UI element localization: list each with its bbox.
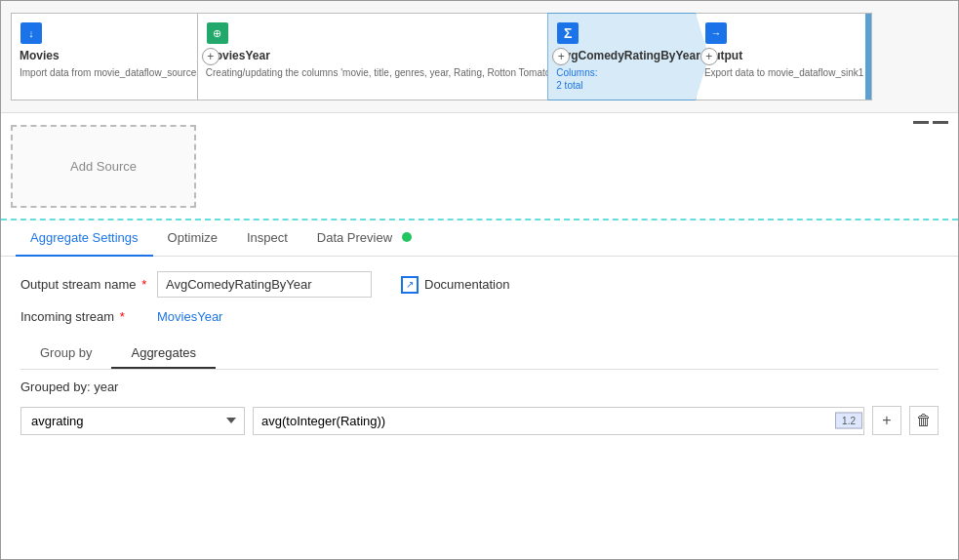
tab-optimize[interactable]: Optimize: [153, 220, 232, 257]
pipeline-node-output: → Output Export data to movie_dataflow_s…: [696, 13, 872, 100]
tab-data-preview-label: Data Preview: [317, 230, 392, 245]
output-right-bar: [865, 14, 871, 100]
moviesyear-node-title: MoviesYear: [206, 49, 553, 62]
tab-data-preview[interactable]: Data Preview: [302, 220, 426, 257]
add-after-moviesyear-button[interactable]: +: [552, 48, 570, 65]
node-box-output[interactable]: → Output Export data to movie_dataflow_s…: [696, 13, 872, 100]
tab-optimize-label: Optimize: [168, 230, 218, 245]
tab-inspect[interactable]: Inspect: [232, 220, 302, 257]
movies-node-desc: Import data from movie_dataflow_source1: [20, 66, 202, 79]
avgcomedyratingbyyear-node-title: AvgComedyRatingByYear: [556, 49, 700, 62]
pipeline-node-moviesyear: ⊕ MoviesYear Creating/updating the colum…: [197, 13, 562, 100]
columns-label: Columns:: [556, 67, 597, 78]
minimize-button[interactable]: [913, 121, 929, 124]
add-source-label: Add Source: [70, 159, 137, 174]
moviesyear-node-desc: Creating/updating the columns 'movie, ti…: [206, 66, 553, 79]
doc-icon: ↗: [401, 276, 419, 294]
pipeline-area: ↓ Movies Import data from movie_dataflow…: [1, 1, 958, 113]
data-preview-dot: [402, 232, 412, 242]
node-box-avgcomedyratingbyyear[interactable]: Σ AvgComedyRatingByYear Columns: 2 total: [547, 13, 709, 100]
subtab-aggregates-label: Aggregates: [131, 345, 196, 360]
add-aggregate-button[interactable]: +: [872, 406, 901, 435]
minimize-bar: [913, 121, 948, 124]
output-node-title: Output: [704, 49, 863, 62]
incoming-stream-label: Incoming stream *: [20, 309, 147, 324]
main-tabs-row: Aggregate Settings Optimize Inspect Data…: [1, 220, 958, 257]
columns-value: 2 total: [556, 80, 582, 91]
minimize-button2[interactable]: [933, 121, 948, 124]
main-container: ↓ Movies Import data from movie_dataflow…: [0, 0, 959, 560]
delete-icon: 🗑: [916, 412, 932, 429]
avgcomedyratingbyyear-icon-wrap: Σ: [556, 21, 579, 45]
output-stream-input[interactable]: [157, 271, 372, 298]
output-icon: →: [705, 22, 727, 44]
tab-aggregate-label: Aggregate Settings: [30, 230, 139, 245]
grouped-by-label: Grouped by: year: [20, 380, 939, 394]
node-box-moviesyear[interactable]: ⊕ MoviesYear Creating/updating the colum…: [197, 13, 562, 100]
tab-aggregate-settings[interactable]: Aggregate Settings: [16, 220, 153, 257]
output-stream-row: Output stream name * ↗ Documentation: [20, 271, 939, 298]
aggregate-expression-wrap: 1.2: [253, 407, 864, 435]
moviesyear-node-icon: ⊕: [206, 21, 229, 45]
bottom-panel: Aggregate Settings Optimize Inspect Data…: [1, 220, 958, 559]
pipeline-node-avgcomedyratingbyyear: Σ AvgComedyRatingByYear Columns: 2 total…: [547, 13, 709, 100]
node-box-movies[interactable]: ↓ Movies Import data from movie_dataflow…: [11, 13, 211, 100]
moviesyear-icon: ⊕: [207, 22, 228, 44]
type-badge[interactable]: 1.2: [835, 413, 862, 429]
doc-label: Documentation: [424, 277, 509, 292]
subtabs-row: Group by Aggregates: [20, 339, 939, 370]
avgcomedyratingbyyear-node-desc: Columns: 2 total: [556, 66, 700, 92]
aggregates-content: Grouped by: year avgrating 1.2 + 🗑: [1, 370, 958, 445]
aggregate-column-select[interactable]: avgrating: [20, 407, 245, 435]
incoming-stream-row: Incoming stream * MoviesYear: [20, 309, 939, 324]
movies-node-icon: ↓: [20, 21, 43, 45]
add-after-movies-button[interactable]: +: [202, 48, 220, 65]
movies-node-title: Movies: [20, 49, 202, 62]
pipeline-node-movies: ↓ Movies Import data from movie_dataflow…: [11, 13, 211, 100]
subtab-groupby-label: Group by: [40, 345, 92, 360]
subtab-aggregates[interactable]: Aggregates: [111, 339, 216, 369]
aggregate-expression-input[interactable]: [253, 407, 864, 435]
add-after-avg-button[interactable]: +: [700, 48, 718, 65]
output-node-desc: Export data to movie_dataflow_sink1: [704, 66, 863, 79]
aggregate-row: avgrating 1.2 + 🗑: [20, 406, 939, 435]
incoming-stream-required: *: [120, 309, 125, 324]
canvas-area: Add Source: [1, 113, 958, 220]
movies-icon: ↓: [20, 22, 42, 44]
output-stream-label: Output stream name *: [20, 277, 147, 292]
output-node-icon: →: [704, 21, 728, 45]
add-source-button[interactable]: Add Source: [11, 125, 196, 208]
settings-content: Output stream name * ↗ Documentation Inc…: [1, 257, 958, 339]
incoming-stream-value[interactable]: MoviesYear: [157, 309, 222, 324]
delete-aggregate-button[interactable]: 🗑: [909, 406, 939, 435]
avgcomedyratingbyyear-icon: Σ: [557, 22, 579, 44]
documentation-link[interactable]: ↗ Documentation: [401, 276, 509, 294]
subtab-groupby[interactable]: Group by: [20, 339, 111, 369]
tab-inspect-label: Inspect: [247, 230, 288, 245]
output-stream-required: *: [141, 277, 146, 292]
add-icon: +: [882, 412, 891, 429]
